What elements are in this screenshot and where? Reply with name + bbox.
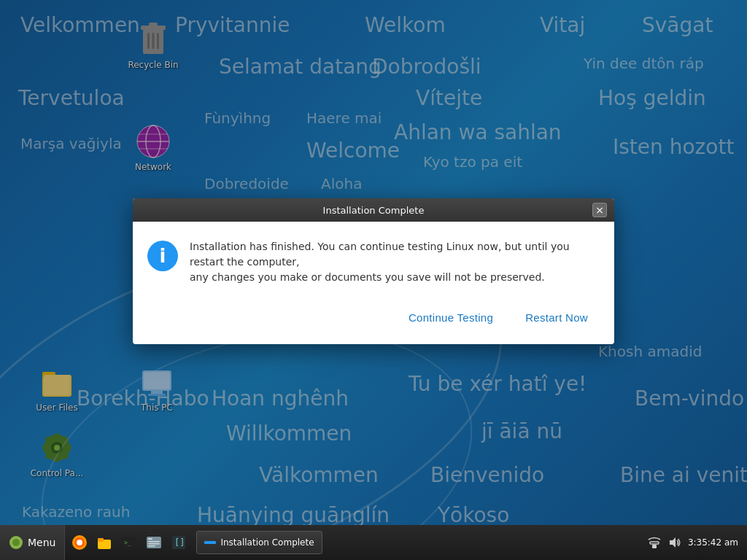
taskbar-launchers: >_ [] [65, 531, 193, 554]
firefox-icon [71, 534, 88, 551]
svg-rect-48 [650, 542, 659, 544]
restart-now-button[interactable]: Restart Now [514, 306, 600, 330]
svg-point-35 [77, 540, 82, 545]
taskbar-volume-icon[interactable] [667, 535, 682, 550]
taskbar-window-label: Installation Complete [220, 537, 314, 548]
taskbar-clock: 3:35:42 am [688, 537, 738, 548]
files2-launcher[interactable] [142, 531, 166, 554]
svg-text:>_: >_ [124, 540, 131, 546]
modal-overlay: Installation Complete × i Installation h… [0, 0, 747, 525]
taskbar-menu-button[interactable]: Menu [0, 525, 65, 560]
dialog-titlebar: Installation Complete × [133, 198, 614, 222]
continue-testing-button[interactable]: Continue Testing [397, 306, 505, 330]
brackets-launcher[interactable]: [] [167, 531, 190, 554]
dialog-message-line1: Installation has finished. You can conti… [190, 241, 570, 268]
svg-text:[]: [] [174, 537, 185, 548]
dialog-message: Installation has finished. You can conti… [190, 239, 600, 285]
svg-point-32 [12, 539, 20, 546]
dialog-buttons: Continue Testing Restart Now [133, 300, 614, 344]
taskbar: Menu >_ [0, 525, 747, 560]
terminal-icon: >_ [121, 534, 137, 551]
terminal-launcher[interactable]: >_ [117, 531, 141, 554]
files-launcher[interactable] [93, 531, 116, 554]
dialog-message-line2: any changes you make or documents you sa… [190, 271, 545, 283]
taskbar-windows: Installation Complete [193, 531, 638, 554]
svg-rect-42 [148, 541, 160, 542]
svg-rect-43 [148, 543, 160, 545]
svg-rect-47 [652, 545, 657, 548]
installation-complete-dialog: Installation Complete × i Installation h… [133, 198, 614, 344]
svg-rect-41 [148, 538, 152, 540]
firefox-launcher[interactable] [68, 531, 91, 554]
svg-rect-37 [98, 538, 104, 542]
taskbar-right: 3:35:42 am [638, 535, 747, 550]
desktop: VelkommenPryvitannieWelkomVitajSvāgatSel… [0, 0, 747, 525]
volume-icon [668, 536, 681, 549]
network-status-icon [648, 536, 661, 549]
dialog-close-button[interactable]: × [592, 203, 607, 217]
svg-rect-44 [148, 545, 155, 547]
menu-label: Menu [28, 537, 55, 548]
dialog-title: Installation Complete [155, 205, 592, 216]
brackets-icon: [] [171, 534, 187, 551]
files2-icon [146, 534, 162, 551]
taskbar-network-icon[interactable] [647, 535, 662, 550]
info-icon: i [147, 241, 178, 271]
linux-mint-icon [9, 535, 23, 550]
taskbar-installation-complete[interactable]: Installation Complete [196, 531, 322, 554]
svg-marker-49 [670, 537, 676, 548]
files-icon [96, 534, 112, 551]
window-color-indicator [204, 541, 216, 544]
dialog-body: i Installation has finished. You can con… [133, 222, 614, 300]
